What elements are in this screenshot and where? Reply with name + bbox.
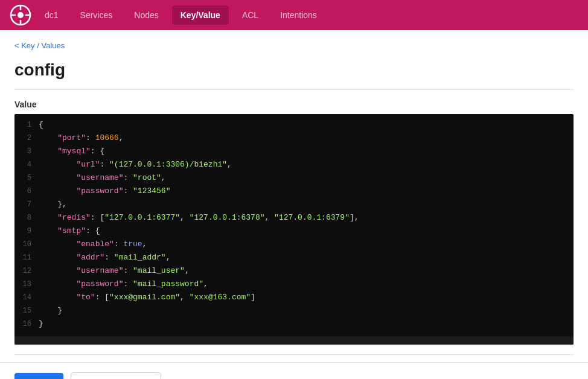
line-number: 10	[14, 239, 39, 250]
line-number: 5	[14, 173, 39, 184]
main-content: < Key / Values config Value 1{2 "port": …	[0, 30, 588, 379]
cancel-button[interactable]: Cancel changes	[71, 372, 161, 379]
page-title: config	[0, 56, 588, 89]
line-number: 3	[14, 146, 39, 158]
svg-point-1	[18, 12, 24, 18]
line-number: 14	[14, 292, 39, 304]
table-row: 5 "username": "root",	[14, 172, 574, 185]
line-content: "password": "mail_password",	[39, 278, 208, 291]
table-row: 15 }	[14, 305, 574, 318]
navbar: dc1 Services Nodes Key/Value ACL Intenti…	[0, 0, 588, 30]
table-row: 1{	[14, 119, 574, 132]
table-row: 8 "redis": ["127.0.0.1:6377", "127.0.0.1…	[14, 212, 574, 225]
line-content: "password": "123456"	[39, 185, 170, 198]
line-content: "port": 10666,	[39, 132, 123, 145]
nav-item-nodes[interactable]: Nodes	[126, 5, 167, 25]
table-row: 12 "username": "mail_user",	[14, 265, 574, 278]
line-content: "url": "(127.0.0.1:3306)/biezhi",	[39, 159, 232, 171]
line-content: "enable": true,	[39, 238, 147, 251]
line-number: 12	[14, 266, 39, 277]
line-content: "mysql": {	[39, 145, 104, 158]
nav-item-keyvalue[interactable]: Key/Value	[172, 5, 229, 25]
line-number: 4	[14, 159, 39, 171]
line-content: }	[39, 318, 43, 331]
line-content: "to": ["xxx@gmail.com", "xxx@163.com"]	[39, 291, 255, 304]
line-number: 7	[14, 199, 39, 211]
table-row: 14 "to": ["xxx@gmail.com", "xxx@163.com"…	[14, 291, 574, 305]
line-content: "username": "root",	[39, 172, 166, 185]
code-lines: 1{2 "port": 10666,3 "mysql": {4 "url": "…	[14, 114, 574, 336]
line-number: 8	[14, 212, 39, 224]
nav-item-services[interactable]: Services	[72, 5, 121, 25]
line-number: 2	[14, 133, 39, 144]
line-number: 16	[14, 319, 39, 330]
line-number: 1	[14, 119, 39, 131]
table-row: 6 "password": "123456"	[14, 185, 574, 199]
line-content: "redis": ["127.0.0.1:6377", "127.0.0.1:6…	[39, 212, 359, 225]
breadcrumb: < Key / Values	[0, 30, 588, 56]
consul-logo-icon	[10, 4, 31, 26]
line-number: 9	[14, 226, 39, 237]
line-content: "addr": "mail_addr",	[39, 252, 170, 264]
button-bar: Save Cancel changes	[0, 362, 588, 379]
line-content: },	[39, 199, 67, 211]
table-row: 4 "url": "(127.0.0.1:3306)/biezhi",	[14, 159, 574, 172]
table-row: 2 "port": 10666,	[14, 132, 574, 145]
line-content: "username": "mail_user",	[39, 265, 190, 278]
line-content: {	[39, 119, 43, 132]
nav-datacenter[interactable]: dc1	[36, 5, 67, 25]
table-row: 11 "addr": "mail_addr",	[14, 252, 574, 265]
editor-scrollbar[interactable]	[14, 336, 574, 345]
line-number: 13	[14, 279, 39, 290]
value-label: Value	[0, 90, 588, 114]
line-content: }	[39, 305, 62, 317]
line-number: 11	[14, 252, 39, 264]
table-row: 9 "smtp": {	[14, 225, 574, 238]
save-button[interactable]: Save	[14, 373, 63, 379]
line-number: 15	[14, 305, 39, 317]
nav-item-acl[interactable]: ACL	[234, 5, 267, 25]
code-editor[interactable]: 1{2 "port": 10666,3 "mysql": {4 "url": "…	[14, 114, 574, 345]
line-content: "smtp": {	[39, 225, 100, 238]
table-row: 7 },	[14, 199, 574, 212]
line-number: 6	[14, 186, 39, 197]
nav-item-intentions[interactable]: Intentions	[272, 5, 325, 25]
table-row: 16}	[14, 318, 574, 331]
breadcrumb-link[interactable]: < Key / Values	[14, 41, 65, 50]
table-row: 10 "enable": true,	[14, 238, 574, 252]
button-divider	[14, 354, 574, 355]
table-row: 3 "mysql": {	[14, 145, 574, 159]
table-row: 13 "password": "mail_password",	[14, 278, 574, 291]
